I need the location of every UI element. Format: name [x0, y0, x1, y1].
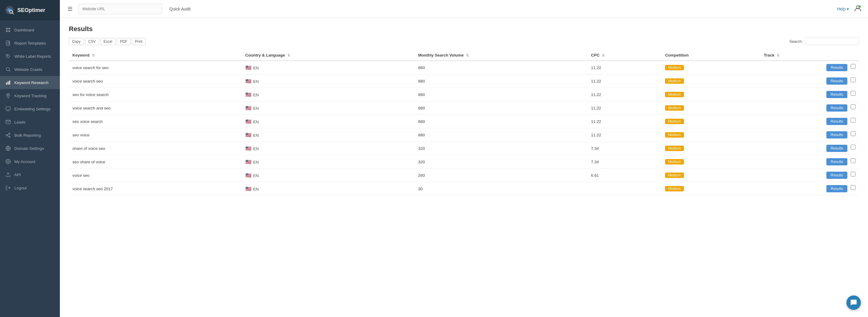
cell-volume-6: 320: [414, 142, 588, 155]
svg-rect-4: [9, 28, 10, 29]
copy-button[interactable]: Copy: [69, 38, 84, 45]
table-row: seo voice 🇺🇸EN 880 11.22 Medium Results: [69, 128, 859, 142]
col-header-track[interactable]: Track ⇅: [760, 50, 859, 61]
sidebar-item-keyword-research[interactable]: Keyword Research: [0, 76, 60, 89]
user-icon: +: [854, 4, 862, 12]
csv-button[interactable]: CSV: [85, 38, 99, 45]
user-icon-button[interactable]: +: [854, 4, 862, 13]
cell-competition-0: Medium: [661, 61, 760, 74]
grid-icon: [5, 27, 11, 33]
col-header-cpc[interactable]: CPC ⇅: [588, 50, 662, 61]
cell-track-1: Results: [760, 74, 859, 88]
results-button-9[interactable]: Results: [827, 185, 847, 192]
svg-rect-6: [9, 31, 10, 32]
cell-country-6: 🇺🇸EN: [242, 142, 415, 155]
svg-line-2: [12, 13, 13, 14]
search-input[interactable]: [805, 38, 859, 45]
sidebar-item-website-crawls[interactable]: Website Crawls: [0, 63, 60, 76]
search-area: Search:: [789, 38, 859, 45]
chat-bubble[interactable]: [846, 295, 861, 310]
sidebar-item-api[interactable]: API: [0, 168, 60, 181]
svg-point-18: [6, 135, 7, 136]
results-button-1[interactable]: Results: [827, 77, 847, 84]
sidebar-item-leads[interactable]: Leads: [0, 115, 60, 129]
cell-keyword-3: voice search and seo: [69, 101, 242, 115]
table-row: share of voice seo 🇺🇸EN 320 7.34 Medium …: [69, 142, 859, 155]
pdf-button[interactable]: PDF: [117, 38, 130, 45]
cell-keyword-5: seo voice: [69, 128, 242, 142]
track-checkbox-4[interactable]: [850, 118, 856, 122]
sidebar-item-dashboard[interactable]: Dashboard: [0, 23, 60, 36]
cell-track-4: Results: [760, 115, 859, 128]
track-checkbox-6[interactable]: [850, 145, 856, 149]
print-button[interactable]: Print: [132, 38, 146, 45]
sidebar-item-keyword-research-label: Keyword Research: [14, 80, 49, 85]
results-button-8[interactable]: Results: [827, 172, 847, 179]
logo: SEOptimer: [0, 0, 60, 20]
cell-country-7: 🇺🇸EN: [242, 155, 415, 169]
cell-volume-7: 320: [414, 155, 588, 169]
cell-competition-8: Medium: [661, 169, 760, 182]
sidebar-nav: Dashboard Report Templates White Label R…: [0, 20, 60, 317]
cell-volume-5: 880: [414, 128, 588, 142]
track-checkbox-5[interactable]: [850, 131, 856, 136]
quick-audit-tab[interactable]: Quick Audit: [166, 5, 194, 13]
settings-icon: [5, 159, 11, 164]
results-button-3[interactable]: Results: [827, 104, 847, 111]
sidebar-item-bulk-reporting-label: Bulk Reporting: [14, 133, 41, 138]
results-button-4[interactable]: Results: [827, 118, 847, 125]
table-row: voice search and seo 🇺🇸EN 880 11.22 Medi…: [69, 101, 859, 115]
chat-icon: [850, 299, 857, 306]
sidebar-item-leads-label: Leads: [14, 120, 26, 125]
cell-volume-1: 880: [414, 74, 588, 88]
track-checkbox-7[interactable]: [850, 158, 856, 163]
logo-text: SEOptimer: [18, 7, 45, 13]
results-button-6[interactable]: Results: [827, 145, 847, 152]
url-input[interactable]: [79, 4, 162, 14]
svg-rect-15: [6, 107, 10, 110]
results-button-2[interactable]: Results: [827, 91, 847, 98]
sidebar-item-logout[interactable]: Logout: [0, 181, 60, 195]
cell-country-3: 🇺🇸EN: [242, 101, 415, 115]
results-button-5[interactable]: Results: [827, 131, 847, 138]
cell-keyword-8: voice seo: [69, 169, 242, 182]
sidebar-item-report-templates[interactable]: Report Templates: [0, 36, 60, 50]
sidebar-item-domain-settings[interactable]: Domain Settings: [0, 142, 60, 155]
track-checkbox-3[interactable]: [850, 104, 856, 109]
cell-volume-0: 880: [414, 61, 588, 74]
cell-cpc-2: 11.22: [588, 88, 662, 101]
sidebar-item-my-account[interactable]: My Account: [0, 155, 60, 168]
track-checkbox-9[interactable]: [850, 185, 856, 190]
sidebar-item-embedding-settings-label: Embedding Settings: [14, 107, 51, 111]
excel-button[interactable]: Excel: [100, 38, 116, 45]
sort-icon-keyword: ⇅: [92, 54, 95, 58]
topbar-right: Help ▾ +: [837, 4, 862, 13]
col-header-keyword[interactable]: Keyword ⇅: [69, 50, 242, 61]
cell-cpc-9: [588, 182, 662, 196]
cell-keyword-2: seo for voice search: [69, 88, 242, 101]
help-button[interactable]: Help ▾: [837, 7, 849, 11]
cell-cpc-6: 7.34: [588, 142, 662, 155]
sidebar-item-embedding-settings[interactable]: Embedding Settings: [0, 102, 60, 115]
sidebar-item-keyword-tracking[interactable]: Keyword Tracking: [0, 89, 60, 102]
track-checkbox-0[interactable]: [850, 64, 856, 69]
track-checkbox-2[interactable]: [850, 91, 856, 96]
share-icon: [5, 133, 11, 138]
results-button-7[interactable]: Results: [827, 158, 847, 165]
col-header-volume[interactable]: Monthly Search Volume ⇅: [414, 50, 588, 61]
track-checkbox-1[interactable]: [850, 77, 856, 82]
bar-chart-icon: [5, 80, 11, 85]
svg-point-8: [7, 55, 8, 56]
results-button-0[interactable]: Results: [827, 64, 847, 71]
table-body: voice search for seo 🇺🇸EN 880 11.22 Medi…: [69, 61, 859, 196]
svg-rect-5: [6, 31, 7, 32]
cell-country-4: 🇺🇸EN: [242, 115, 415, 128]
sidebar-item-white-label-reports[interactable]: White Label Reports: [0, 50, 60, 63]
sidebar-item-bulk-reporting[interactable]: Bulk Reporting: [0, 129, 60, 142]
cell-country-8: 🇺🇸EN: [242, 169, 415, 182]
col-header-country[interactable]: Country & Language ⇅: [242, 50, 415, 61]
hamburger-button[interactable]: ☰: [66, 4, 74, 13]
track-checkbox-8[interactable]: [850, 172, 856, 176]
sidebar-item-white-label-reports-label: White Label Reports: [14, 54, 51, 59]
help-chevron-icon: ▾: [847, 7, 849, 11]
